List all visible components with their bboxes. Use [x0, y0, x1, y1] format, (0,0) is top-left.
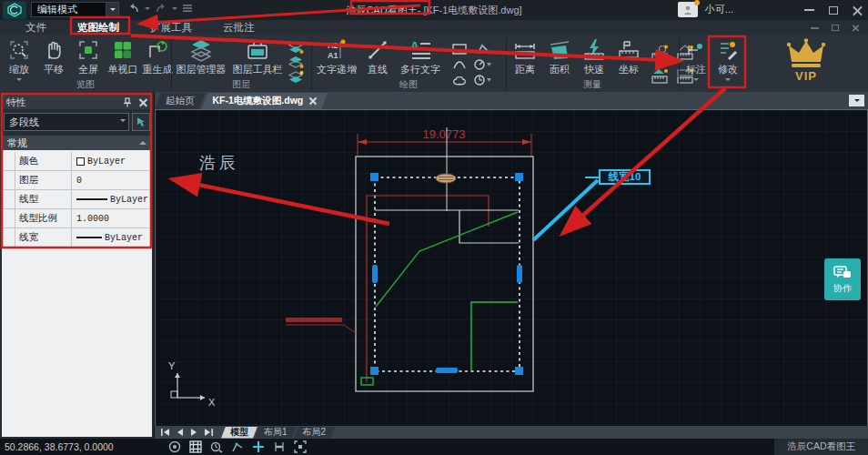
entity-type-select[interactable]: 多段线: [4, 113, 129, 131]
layout-nav: [155, 429, 221, 436]
polyline-icon[interactable]: [473, 42, 493, 56]
osnap-toggle-icon[interactable]: [210, 440, 223, 453]
undo-history-chevron-icon[interactable]: [145, 7, 150, 10]
panel-close-icon[interactable]: [139, 98, 147, 106]
quick-select-button[interactable]: [132, 113, 150, 131]
tab-model[interactable]: 模型: [221, 427, 257, 439]
regen-icon: [146, 38, 169, 62]
layer-tools-minicolumn: [288, 37, 304, 84]
fullscreen-button[interactable]: 全屏: [71, 37, 106, 77]
text-increment-button[interactable]: A2 A1 文字递增: [313, 37, 360, 77]
quick-measure-button[interactable]: 快速: [577, 37, 611, 77]
vip-button[interactable]: VIP: [779, 38, 833, 89]
outer-rectangle: [356, 157, 533, 391]
property-row-lineweight[interactable]: 线宽 ByLayer: [2, 228, 152, 248]
app-window: 编辑模式 浩辰CAD看图王 - [KF-1电缆敷设图.dwg] 小可..: [0, 0, 868, 455]
property-row-layer[interactable]: 图层 0: [2, 171, 152, 190]
zoom-button[interactable]: 缩放: [2, 37, 36, 82]
grid-toggle-icon[interactable]: [189, 440, 202, 453]
next-tab-icon[interactable]: [190, 429, 197, 436]
crown-icon: [786, 38, 826, 69]
distance-button[interactable]: 距离: [508, 37, 542, 77]
mtext-button[interactable]: A 多行文字: [395, 37, 446, 77]
line-button[interactable]: 直线: [360, 37, 395, 77]
regen-button[interactable]: 重生成: [140, 37, 175, 77]
measure-radius-icon[interactable]: [648, 41, 671, 64]
first-tab-icon[interactable]: [160, 429, 170, 436]
arc-icon[interactable]: [449, 57, 469, 72]
layer-lock-icon[interactable]: [288, 56, 304, 69]
entity-type-value: 多段线: [9, 116, 39, 129]
edit-mode-select[interactable]: 编辑模式: [31, 2, 119, 17]
polar-toggle-icon[interactable]: [231, 440, 244, 453]
green-polyline: [376, 212, 518, 307]
pan-hand-icon: [42, 38, 66, 62]
svg-text:A: A: [410, 39, 419, 53]
tab-list-button[interactable]: [849, 95, 864, 106]
circle-icon[interactable]: [473, 57, 493, 72]
doc-close-icon[interactable]: [853, 25, 860, 32]
user-account[interactable]: 小可...: [678, 2, 733, 17]
menu-burger-icon[interactable]: [182, 4, 193, 13]
doc-minimize-icon[interactable]: [811, 27, 819, 29]
area-button[interactable]: 面积: [542, 37, 577, 77]
minimize-icon[interactable]: [804, 9, 814, 11]
modify-chevron-icon: [725, 78, 731, 81]
statusbar: 50.2866, 38.6773, 0.0000 浩辰CAD看图王: [0, 439, 868, 455]
titlebar: 编辑模式 浩辰CAD看图王 - [KF-1电缆敷设图.dwg] 小可..: [0, 0, 868, 20]
pan-button[interactable]: 平移: [36, 37, 71, 77]
tab-start-page[interactable]: 起始页: [155, 93, 206, 109]
menu-cloud-note[interactable]: 云批注: [223, 21, 255, 35]
lineweight-toggle-icon[interactable]: [273, 440, 286, 453]
menu-ext-tools[interactable]: 扩展工具: [150, 21, 192, 35]
viewport-icon: [111, 38, 135, 62]
layer-toolbar-button[interactable]: 图层工具栏: [229, 37, 286, 77]
maximize-icon[interactable]: [829, 6, 838, 15]
single-viewport-button[interactable]: 单视口: [106, 37, 140, 77]
close-icon[interactable]: [853, 5, 863, 15]
layer-manager-button[interactable]: 图层管理器: [173, 37, 229, 77]
window-controls: [804, 0, 863, 20]
last-tab-icon[interactable]: [204, 429, 214, 436]
property-row-color[interactable]: 颜色 ByLayer: [2, 152, 152, 171]
property-row-linetype-scale[interactable]: 线型比例 1.0000: [2, 209, 152, 228]
property-row-linetype[interactable]: 线型 ByLayer: [2, 190, 152, 209]
drawing-canvas[interactable]: 19.0773: [155, 110, 868, 426]
snap-toggle-icon[interactable]: [252, 440, 265, 453]
collaborate-button[interactable]: 协作: [824, 258, 861, 300]
ucs-x-label: X: [208, 397, 216, 408]
redo-icon[interactable]: [155, 3, 167, 14]
watermark-text: 浩辰: [199, 152, 239, 174]
layer-freeze-icon[interactable]: [288, 41, 304, 55]
menu-file[interactable]: 文件: [25, 21, 46, 35]
redo-history-chevron-icon[interactable]: [172, 7, 177, 10]
layer-manager-icon: [189, 38, 213, 62]
tab-layout1[interactable]: 布局1: [255, 427, 297, 439]
undo-icon[interactable]: [127, 3, 140, 14]
user-avatar: [678, 2, 698, 17]
coordinate-button[interactable]: 坐标: [611, 37, 646, 77]
tab-drawing[interactable]: KF-1电缆敷设图.dwg: [202, 93, 328, 109]
pin-icon[interactable]: [123, 97, 132, 107]
dimension-button[interactable]: 标注: [681, 37, 712, 82]
prev-tab-icon[interactable]: [177, 429, 184, 436]
properties-section-general[interactable]: 常规: [2, 136, 152, 150]
entity-select-chevron-icon: [120, 119, 126, 122]
ortho-toggle-icon[interactable]: [168, 440, 181, 453]
tab-layout2[interactable]: 布局2: [294, 427, 336, 439]
quick-measure-icon: [582, 38, 606, 62]
green-l-shape: [471, 302, 518, 370]
fullscreen-toggle-icon[interactable]: [294, 440, 307, 453]
tab-close-icon[interactable]: [309, 97, 317, 105]
rectangle-icon[interactable]: [449, 42, 469, 56]
mtext-icon: A: [409, 38, 432, 62]
doc-restore-icon[interactable]: [832, 25, 839, 31]
white-inner-lines: [375, 210, 519, 243]
group-label-view: 览图: [2, 78, 169, 91]
ribbon-group-measure: 距离 面积: [508, 35, 677, 92]
cursor-badge-icon: [436, 174, 456, 183]
menu-view-draw[interactable]: 览图绘制: [77, 21, 119, 35]
modify-button[interactable]: 修改: [712, 37, 744, 82]
properties-title: 特性: [6, 96, 26, 109]
highlighted-segment: [533, 180, 598, 240]
